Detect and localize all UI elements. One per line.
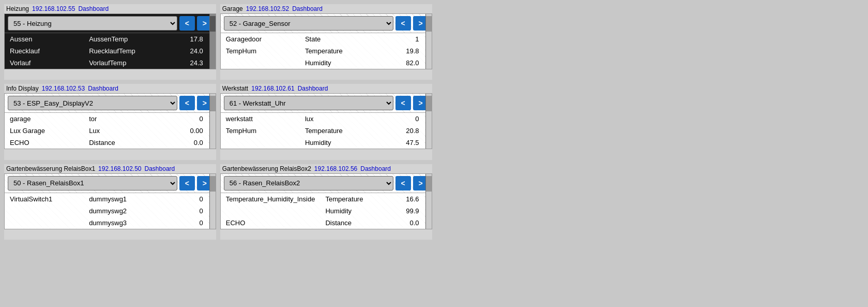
panel-body: 50 - Rasen_RelaisBox1 < > VirtualSwitch1… [4,173,216,229]
col3-cell: 47.5 [379,137,424,149]
table-row: Vorlauf VorlaufTemp 24.3 [5,57,208,69]
dashboard-link[interactable]: Dashboard [298,85,328,92]
data-table: Temperature_Humidity_Inside Temperature … [221,193,424,229]
col3-cell: 82.0 [379,57,424,69]
col1-cell: TempHum [221,125,300,137]
dashboard-link[interactable]: Dashboard [78,5,109,12]
device-select[interactable]: 56 - Rasen_RelaisBox2 [224,176,393,191]
panel-header: Werkstatt 192.168.102.61 Dashboard [220,84,432,93]
prev-button[interactable]: < [179,176,195,191]
panel-body: 56 - Rasen_RelaisBox2 < > Temperature_Hu… [220,173,432,229]
col2-cell: Distance [320,217,387,229]
col1-cell: ECHO [221,217,321,229]
panel-header: Gartenbewässerung RelaisBox2 192.168.102… [220,164,432,173]
col1-cell: Garagedoor [221,33,300,45]
prev-button[interactable]: < [179,16,195,31]
col2-cell: Temperature [300,125,379,137]
panel-content: Aussen AussenTemp 17.8 Ruecklauf Rueckla… [5,33,216,69]
device-select[interactable]: 55 - Heizung [8,16,177,31]
dashboard-link[interactable]: Dashboard [292,5,323,12]
panel-body: 53 - ESP_Easy_DisplayV2 < > garage tor 0… [4,93,216,149]
table-row: Temperature_Humidity_Inside Temperature … [221,193,424,205]
device-select[interactable]: 50 - Rasen_RelaisBox1 [8,176,177,191]
panel-ip-link[interactable]: 192.168.102.56 [314,165,357,172]
panel-ip-link[interactable]: 192.168.102.61 [251,85,294,92]
dashboard-link[interactable]: Dashboard [360,165,391,172]
table-row: garage tor 0 [5,113,208,125]
device-select[interactable]: 53 - ESP_Easy_DisplayV2 [8,96,177,110]
data-table: Garagedoor State 1 TempHum Temperature 1… [221,33,424,69]
col3-cell: 0 [163,113,208,125]
col1-cell [221,137,300,149]
col3-cell: 0 [163,217,208,229]
table-row: TempHum Temperature 20.8 [221,125,424,137]
col2-cell: dummyswg3 [84,217,163,229]
panel-title: Info Display [6,85,39,92]
table-row: ECHO Distance 0.0 [5,137,208,149]
col3-cell: 24.0 [163,45,208,57]
scrollbar-thumb [210,96,216,111]
panel-info-display: Info Display 192.168.102.53 Dashboard 53… [4,84,216,159]
col1-cell: Vorlauf [5,57,84,69]
col1-cell: VirtualSwitch1 [5,193,84,205]
panel-toolbar: 53 - ESP_Easy_DisplayV2 < > [5,94,216,113]
scrollbar[interactable] [425,174,432,229]
scrollbar[interactable] [425,14,432,69]
panel-toolbar: 61 - Werkstatt_Uhr < > [221,94,432,113]
data-table: werkstatt lux 0 TempHum Temperature 20.8… [221,113,424,149]
prev-button[interactable]: < [179,96,195,110]
col3-cell: 0 [163,193,208,205]
col1-cell: werkstatt [221,113,300,125]
panel-title: Gartenbewässerung RelaisBox2 [222,165,311,172]
scrollbar[interactable] [425,94,432,149]
dashboard-link[interactable]: Dashboard [88,85,118,92]
table-row: Garagedoor State 1 [221,33,424,45]
prev-button[interactable]: < [395,96,411,110]
scrollbar[interactable] [209,174,216,229]
panel-header: Info Display 192.168.102.53 Dashboard [4,84,216,93]
panel-toolbar: 52 - Garage_Sensor < > [221,14,432,33]
col3-cell: 20.8 [379,125,424,137]
panel-toolbar: 55 - Heizung < > [5,14,216,33]
col2-cell: Distance [84,137,163,149]
device-select[interactable]: 61 - Werkstatt_Uhr [224,96,393,110]
table-row: ECHO Distance 0.0 [221,217,424,229]
device-select[interactable]: 52 - Garage_Sensor [224,16,393,31]
col2-cell: tor [84,113,163,125]
col3-cell: 0.00 [163,125,208,137]
prev-button[interactable]: < [395,16,411,31]
scrollbar-thumb [210,16,216,32]
panel-content: Temperature_Humidity_Inside Temperature … [221,193,432,229]
panel-content: Garagedoor State 1 TempHum Temperature 1… [221,33,432,69]
col2-cell: Humidity [300,57,379,69]
table-row: Lux Garage Lux 0.00 [5,125,208,137]
panel-werkstatt: Werkstatt 192.168.102.61 Dashboard 61 - … [220,84,432,159]
table-row: Ruecklauf RuecklaufTemp 24.0 [5,45,208,57]
col3-cell: 0.0 [163,137,208,149]
panel-heizung: Heizung 192.168.102.55 Dashboard 55 - He… [4,4,216,80]
prev-button[interactable]: < [395,176,411,191]
col1-cell: Aussen [5,33,84,45]
table-row: Humidity 82.0 [221,57,424,69]
col1-cell [5,217,84,229]
panel-body: 61 - Werkstatt_Uhr < > werkstatt lux 0 T… [220,93,432,149]
panel-ip-link[interactable]: 192.168.102.53 [42,85,85,92]
col3-cell: 99.9 [387,205,424,217]
panel-ip-link[interactable]: 192.168.102.55 [32,5,75,12]
col2-cell: Humidity [320,205,387,217]
panel-ip-link[interactable]: 192.168.102.50 [98,165,141,172]
col2-cell: Temperature [300,45,379,57]
panel-content: garage tor 0 Lux Garage Lux 0.00 ECHO Di… [5,113,216,149]
col2-cell: dummyswg1 [84,193,163,205]
col1-cell: Temperature_Humidity_Inside [221,193,321,205]
dashboard-link[interactable]: Dashboard [145,165,175,172]
col3-cell: 0.0 [387,217,424,229]
scrollbar[interactable] [209,14,216,69]
panel-ip-link[interactable]: 192.168.102.52 [246,5,289,12]
col3-cell: 17.8 [163,33,208,45]
col1-cell [5,205,84,217]
col1-cell: Lux Garage [5,125,84,137]
col2-cell: Lux [84,125,163,137]
scrollbar[interactable] [209,94,216,149]
col2-cell: dummyswg2 [84,205,163,217]
